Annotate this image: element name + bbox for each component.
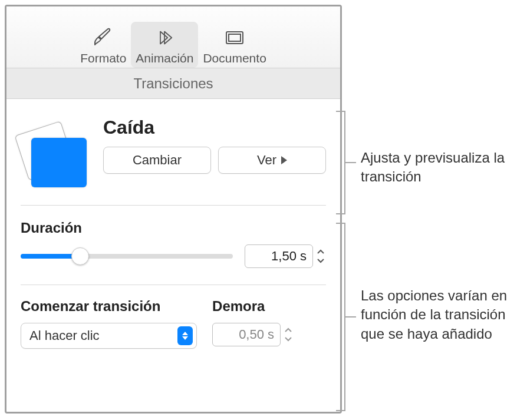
callout-tick xyxy=(345,316,356,318)
paintbrush-icon xyxy=(91,25,116,50)
animation-icon xyxy=(152,25,177,50)
tab-label: Formato xyxy=(80,51,126,65)
slide-icon xyxy=(31,138,87,187)
duration-slider[interactable] xyxy=(21,249,233,263)
inspector-tabbar: Formato Animación Documento xyxy=(6,6,340,68)
tab-animation[interactable]: Animación xyxy=(131,22,198,68)
tab-document[interactable]: Documento xyxy=(198,22,271,68)
button-label: Cambiar xyxy=(133,153,182,168)
start-label: Comenzar transición xyxy=(21,298,197,315)
callout-bottom: Las opciones varían en función de la tra… xyxy=(361,286,526,343)
tab-format[interactable]: Formato xyxy=(75,22,131,68)
popup-arrows-icon xyxy=(177,326,193,345)
play-icon xyxy=(281,156,287,164)
duration-stepper xyxy=(245,244,326,268)
section-subheader: Transiciones xyxy=(6,68,340,99)
start-delay-section: Comenzar transición Al hacer clic Demora xyxy=(6,285,340,349)
tab-label: Animación xyxy=(136,51,193,65)
slider-knob[interactable] xyxy=(71,247,89,265)
callout-top: Ajusta y previsualiza la transición xyxy=(361,148,526,187)
transition-thumbnail xyxy=(21,117,93,188)
transition-header-section: Caída Cambiar Ver xyxy=(6,99,340,205)
preview-button[interactable]: Ver xyxy=(218,147,326,174)
stepper-down-icon[interactable] xyxy=(283,335,294,344)
change-button[interactable]: Cambiar xyxy=(103,147,211,174)
callout-tick xyxy=(345,162,356,163)
button-label: Ver xyxy=(257,153,276,168)
transition-name: Caída xyxy=(103,117,326,138)
stepper-up-icon[interactable] xyxy=(315,247,326,256)
stepper-down-icon[interactable] xyxy=(315,256,326,266)
stepper-up-icon[interactable] xyxy=(283,325,294,335)
svg-rect-1 xyxy=(229,34,241,41)
duration-section: Duración xyxy=(6,206,340,285)
popup-value: Al hacer clic xyxy=(29,328,100,343)
start-transition-popup[interactable]: Al hacer clic xyxy=(21,323,197,349)
duration-input[interactable] xyxy=(245,244,313,268)
delay-input[interactable] xyxy=(212,323,281,346)
tab-label: Documento xyxy=(203,51,266,65)
inspector-panel: Formato Animación Documento Transiciones… xyxy=(5,5,342,414)
duration-label: Duración xyxy=(21,220,326,236)
delay-label: Demora xyxy=(212,298,326,315)
document-icon xyxy=(222,25,247,50)
delay-stepper xyxy=(212,323,326,346)
